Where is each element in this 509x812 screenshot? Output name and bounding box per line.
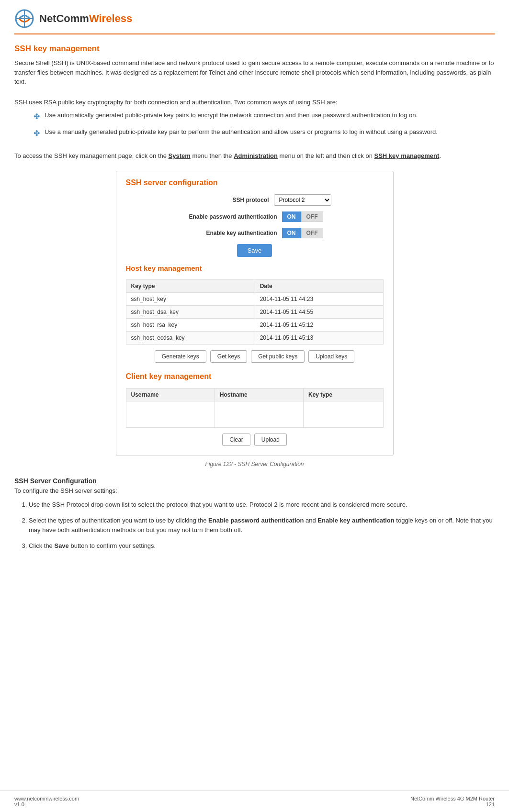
host-key-date-cell: 2014-11-05 11:44:55: [255, 305, 383, 318]
host-key-row: ssh_host_rsa_key2014-11-05 11:45:12: [126, 318, 383, 331]
password-auth-on-button[interactable]: ON: [282, 211, 301, 222]
config-box: SSH server configuration SSH protocol Pr…: [116, 171, 394, 456]
step-1-text: Use the SSH Protocol drop down list to s…: [29, 501, 407, 508]
client-empty-keytype: [303, 401, 383, 427]
bullet-text-1: Use automatically generated public-priva…: [45, 111, 418, 120]
host-key-date-cell: 2014-11-05 11:45:12: [255, 318, 383, 331]
protocol-row: SSH protocol Protocol 2 Protocol 1: [126, 194, 384, 206]
password-auth-off-button[interactable]: OFF: [301, 211, 323, 222]
page-title: SSH key management: [14, 44, 495, 54]
footer-page-number: 121: [486, 801, 495, 807]
password-auth-label: Enable password authentication: [186, 213, 277, 220]
instruction-step-3: Click the Save button to confirm your se…: [29, 541, 495, 551]
client-key-empty-row: [126, 401, 383, 427]
password-auth-toggle: ON OFF: [282, 211, 323, 222]
logo-text: NetCommWireless: [39, 12, 132, 25]
bullet-icon-2: ✤: [34, 128, 40, 139]
host-key-row: ssh_host_dsa_key2014-11-05 11:44:55: [126, 305, 383, 318]
client-key-management: Client key management Username Hostname …: [126, 372, 384, 446]
save-row: Save: [126, 244, 384, 257]
logo-container: NetCommWireless: [14, 9, 132, 29]
protocol-label: SSH protocol: [178, 197, 269, 203]
host-key-actions: Generate keys Get keys Get public keys U…: [126, 350, 384, 363]
col-key-type: Key type: [126, 279, 255, 292]
nav-admin-text: Administration: [234, 152, 278, 159]
instruction-step-1: Use the SSH Protocol drop down list to s…: [29, 500, 495, 510]
key-auth-off-button[interactable]: OFF: [301, 228, 323, 238]
host-key-date-cell: 2014-11-05 11:45:13: [255, 331, 383, 344]
password-auth-row: Enable password authentication ON OFF: [126, 211, 384, 222]
nav-ssh-text: SSH key management: [374, 152, 440, 159]
host-key-table-body: ssh_host_key2014-11-05 11:44:23ssh_host_…: [126, 292, 383, 344]
figure-caption: Figure 122 - SSH Server Configuration: [14, 461, 495, 467]
upload-keys-button[interactable]: Upload keys: [308, 350, 354, 363]
col-key-type-client: Key type: [303, 388, 383, 401]
host-key-row: ssh_host_ecdsa_key2014-11-05 11:45:13: [126, 331, 383, 344]
host-key-row: ssh_host_key2014-11-05 11:44:23: [126, 292, 383, 305]
clear-button[interactable]: Clear: [222, 434, 250, 446]
host-key-management: Host key management Key type Date ssh_ho…: [126, 264, 384, 363]
save-button[interactable]: Save: [237, 244, 272, 257]
bullet-list: ✤ Use automatically generated public-pri…: [34, 111, 495, 139]
ssh-server-config: SSH server configuration SSH protocol Pr…: [126, 178, 384, 257]
logo-wireless: Wireless: [89, 12, 132, 24]
step-2-bold-2: Enable key authentication: [317, 517, 394, 524]
key-auth-toggle: ON OFF: [282, 228, 323, 238]
host-key-table-head: Key type Date: [126, 279, 383, 292]
col-username: Username: [126, 388, 215, 401]
step-3-bold: Save: [54, 542, 68, 549]
key-auth-label: Enable key authentication: [186, 230, 277, 236]
upload-button[interactable]: Upload: [254, 434, 287, 446]
host-key-header-row: Key type Date: [126, 279, 383, 292]
client-empty-hostname: [215, 401, 303, 427]
client-key-actions: Clear Upload: [126, 434, 384, 446]
footer-version: v1.0: [14, 801, 24, 807]
client-key-title: Client key management: [126, 372, 384, 381]
nav-text-3: menu on the left and then click on: [278, 152, 374, 159]
nav-instruction: To access the SSH key management page, c…: [14, 151, 495, 161]
get-public-keys-button[interactable]: Get public keys: [251, 350, 305, 363]
logo-icon: [14, 9, 34, 29]
logo-netcomm: NetComm: [39, 12, 89, 24]
client-key-table-body: [126, 401, 383, 427]
client-key-header-row: Username Hostname Key type: [126, 388, 383, 401]
footer-right: NetComm Wireless 4G M2M Router 121: [410, 796, 495, 807]
main-content: SSH key management Secure Shell (SSH) is…: [0, 34, 509, 586]
nav-text-1: To access the SSH key management page, c…: [14, 152, 169, 159]
nav-system-text: System: [169, 152, 191, 159]
col-date: Date: [255, 279, 383, 292]
protocol-select[interactable]: Protocol 2 Protocol 1: [274, 194, 331, 206]
client-key-table: Username Hostname Key type: [126, 388, 384, 428]
intro-paragraph-2: SSH uses RSA public key cryptography for…: [14, 98, 495, 107]
get-keys-button[interactable]: Get keys: [210, 350, 247, 363]
intro-paragraph-1: Secure Shell (SSH) is UNIX-based command…: [14, 58, 495, 87]
nav-text-2: menu then the: [191, 152, 234, 159]
generate-keys-button[interactable]: Generate keys: [155, 350, 206, 363]
instructions-subtitle: To configure the SSH server settings:: [14, 487, 495, 494]
footer: www.netcommwireless.com v1.0 NetComm Wir…: [0, 790, 509, 812]
header: NetCommWireless: [0, 0, 509, 33]
host-key-title: Host key management: [126, 264, 384, 272]
footer-website: www.netcommwireless.com: [14, 796, 79, 801]
host-key-type-cell: ssh_host_key: [126, 292, 255, 305]
instructions-list: Use the SSH Protocol drop down list to s…: [29, 500, 495, 551]
key-auth-on-button[interactable]: ON: [282, 228, 301, 238]
bullet-icon-1: ✤: [34, 111, 40, 122]
ssh-server-config-title: SSH server configuration: [126, 178, 384, 187]
host-key-type-cell: ssh_host_ecdsa_key: [126, 331, 255, 344]
instruction-step-2: Select the types of authentication you w…: [29, 516, 495, 536]
host-key-type-cell: ssh_host_dsa_key: [126, 305, 255, 318]
step-2-bold-1: Enable password authentication: [208, 517, 304, 524]
client-key-table-head: Username Hostname Key type: [126, 388, 383, 401]
bullet-item-2: ✤ Use a manually generated public-privat…: [34, 127, 495, 139]
col-hostname: Hostname: [215, 388, 303, 401]
footer-left: www.netcommwireless.com v1.0: [14, 796, 79, 807]
host-key-type-cell: ssh_host_rsa_key: [126, 318, 255, 331]
client-empty-username: [126, 401, 215, 427]
key-auth-row: Enable key authentication ON OFF: [126, 228, 384, 238]
bullet-item-1: ✤ Use automatically generated public-pri…: [34, 111, 495, 122]
host-key-date-cell: 2014-11-05 11:44:23: [255, 292, 383, 305]
instructions-section: SSH Server Configuration To configure th…: [14, 477, 495, 551]
bullet-text-2: Use a manually generated public-private …: [45, 127, 438, 137]
instructions-title: SSH Server Configuration: [14, 477, 495, 485]
